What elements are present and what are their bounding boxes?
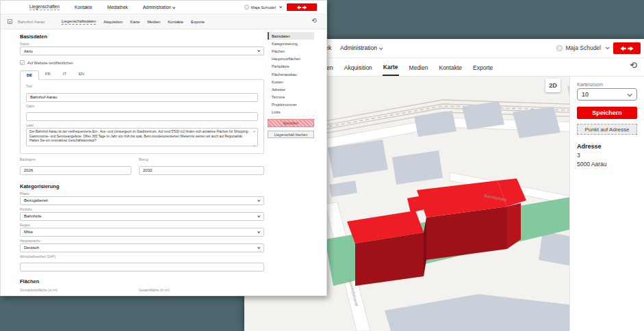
nav-item-administration[interactable]: Administration — [143, 5, 175, 10]
tab-liegenschaftsdaten[interactable]: Liegenschaftsdaten — [62, 19, 96, 25]
phase-select[interactable]: Bezugsbereit — [20, 196, 264, 205]
lead-textarea[interactable]: Der Bahnhof Aarau ist der vielfrequentie… — [26, 128, 258, 146]
language-content-box: Titel Claim Lead Der Bahnhof Aarau ist d… — [20, 79, 264, 154]
building-icon — [8, 19, 12, 24]
bezug-input[interactable] — [139, 166, 264, 175]
lang-tab-de[interactable]: DE — [20, 70, 39, 80]
tab-karte[interactable]: Karte — [130, 20, 140, 24]
language-tabs: DE FR IT EN — [20, 70, 264, 79]
chevron-down-icon — [257, 49, 260, 52]
user-menu[interactable]: Maja Schudel — [556, 44, 608, 51]
punkt-auf-adresse-button[interactable]: Punkt auf Adresse — [577, 124, 637, 135]
anchor-links[interactable]: Links — [268, 109, 314, 116]
textarea-scrollbar[interactable]: ▲ ▼ — [252, 129, 257, 148]
lang-tab-fr[interactable]: FR — [39, 70, 57, 79]
gesamtflaeche-label: Gesamtfläche (in m²) — [139, 289, 264, 292]
map-sidebar: Kartenzoom 10 Speichern Punkt auf Adress… — [569, 77, 644, 331]
anchor-termine[interactable]: Termine — [268, 94, 314, 101]
hauptsprache-select[interactable]: Deutsch — [20, 243, 264, 252]
user-name: Maja Schudel — [565, 44, 601, 51]
avatar — [244, 5, 249, 10]
nav-item-administration[interactable]: Administration — [340, 44, 382, 51]
portfolio-label: Portfolio — [20, 208, 264, 211]
sbb-double-arrow-icon — [296, 5, 307, 10]
anchor-flaechen[interactable]: Flächen — [268, 47, 314, 55]
history-icon[interactable]: ⟲ — [311, 18, 317, 24]
anchor-parkplaetze[interactable]: Parkplätze — [268, 63, 314, 70]
kartenzoom-select[interactable]: 10 — [577, 88, 637, 101]
adresse-line: 5000 Aarau — [577, 161, 637, 168]
chevron-down-icon — [379, 46, 383, 50]
map-2d-toggle-button[interactable]: 2D — [545, 79, 561, 92]
anchor-projektnummer[interactable]: Projektnummer — [268, 101, 314, 109]
lang-tab-it[interactable]: IT — [57, 70, 73, 79]
anchor-kosten[interactable]: Kosten — [268, 78, 314, 85]
baubeginn-input[interactable] — [20, 166, 131, 175]
tab-karte[interactable]: Karte — [383, 59, 399, 76]
tab-kontakte[interactable]: Kontakte — [168, 20, 183, 24]
user-menu[interactable]: Maja Schudel — [244, 5, 281, 10]
status-label: Status — [20, 42, 264, 46]
sbb-logo — [287, 3, 317, 11]
chevron-down-icon — [257, 230, 260, 233]
sbb-logo — [613, 42, 641, 54]
nav-item-kontakte[interactable]: Kontakte — [75, 5, 92, 10]
wirtschaftseinheit-input[interactable] — [20, 263, 264, 272]
scroll-up-icon[interactable]: ▲ — [253, 129, 256, 133]
nav-item-liegenschaften[interactable]: Liegenschaften — [29, 4, 60, 10]
chevron-down-icon — [628, 92, 632, 96]
speichern-button[interactable]: Speichern — [577, 107, 637, 119]
tab-akquisition[interactable]: Akquisition — [103, 20, 123, 24]
liegenschaft-loeschen-button[interactable]: Liegenschaft löschen — [268, 131, 314, 138]
anchor-basisdaten[interactable]: Basisdaten — [268, 32, 314, 40]
grundstuecksflaeche-label: Grundstücksfläche (in m²) — [20, 289, 131, 292]
publish-checkbox-label: Auf Website veröffentlichen — [27, 61, 73, 65]
tab-exporte[interactable]: Exporte — [191, 20, 205, 24]
region-select[interactable]: Mitte — [20, 228, 264, 237]
region-label: Region — [20, 224, 264, 227]
section-heading-kategorisierung: Kategorisierung — [20, 183, 264, 189]
section-heading-basisdaten: Basisdaten — [20, 34, 264, 40]
kartenzoom-label: Kartenzoom — [577, 82, 637, 87]
titel-label: Titel — [26, 85, 258, 88]
highlighted-building-3d[interactable] — [347, 178, 526, 286]
anchor-adresse[interactable]: Adresse — [268, 85, 314, 93]
publish-checkbox[interactable]: ✓ — [20, 60, 25, 65]
phase-label: Phase — [20, 192, 264, 196]
section-anchor-nav: Basisdaten Kategorisierung Flächen Haupt… — [268, 32, 314, 138]
desktop-background: Liegenschaften Kontakte Mediathek Admini… — [0, 0, 644, 331]
scroll-down-icon[interactable]: ▼ — [253, 144, 256, 148]
user-name: Maja Schudel — [251, 5, 276, 10]
form-window-tab-bar: Bahnhof Aarau Liegenschaftsdaten Akquisi… — [1, 14, 326, 29]
nav-item-mediathek[interactable]: Mediathek — [107, 5, 128, 10]
status-select[interactable]: Aktiv — [20, 47, 264, 55]
speichern-button-disabled[interactable]: Speichern — [268, 119, 314, 127]
portfolio-select[interactable]: Bahnhöfe — [20, 212, 264, 221]
chevron-down-icon — [257, 214, 260, 217]
chevron-down-icon — [257, 246, 260, 248]
tab-kontakte[interactable]: Kontakte — [438, 59, 463, 75]
tab-medien[interactable]: Medien — [409, 59, 429, 75]
anchor-hauptnutzflaechen[interactable]: Hauptnutzflächen — [268, 55, 314, 63]
titel-input[interactable] — [26, 93, 258, 102]
claim-label: Claim — [26, 105, 258, 108]
tab-exporte[interactable]: Exporte — [472, 59, 493, 75]
section-heading-flaechen: Flächen — [20, 278, 264, 284]
hauptsprache-label: Hauptsprache — [20, 239, 264, 243]
chevron-down-icon — [606, 45, 610, 49]
chevron-down-icon — [257, 198, 260, 201]
history-icon[interactable]: ⟲ — [630, 61, 637, 70]
chevron-down-icon — [172, 6, 175, 9]
avatar — [556, 45, 563, 51]
tab-akquisition[interactable]: Akquisition — [344, 59, 373, 75]
lang-tab-en[interactable]: EN — [73, 70, 90, 79]
sbb-double-arrow-icon — [619, 46, 634, 51]
tab-medien[interactable]: Medien — [147, 20, 160, 24]
wirtschaftseinheit-label: Wirtschaftseinheit (SAP) — [20, 255, 264, 259]
lead-label: Lead — [26, 124, 258, 127]
anchor-flaechenausbau[interactable]: Flächenausbau — [268, 70, 314, 78]
baubeginn-label: Baubeginn — [20, 158, 131, 161]
anchor-kategorisierung[interactable]: Kategorisierung — [268, 40, 314, 47]
claim-input[interactable] — [26, 112, 258, 121]
adresse-line: 3 — [577, 152, 637, 159]
